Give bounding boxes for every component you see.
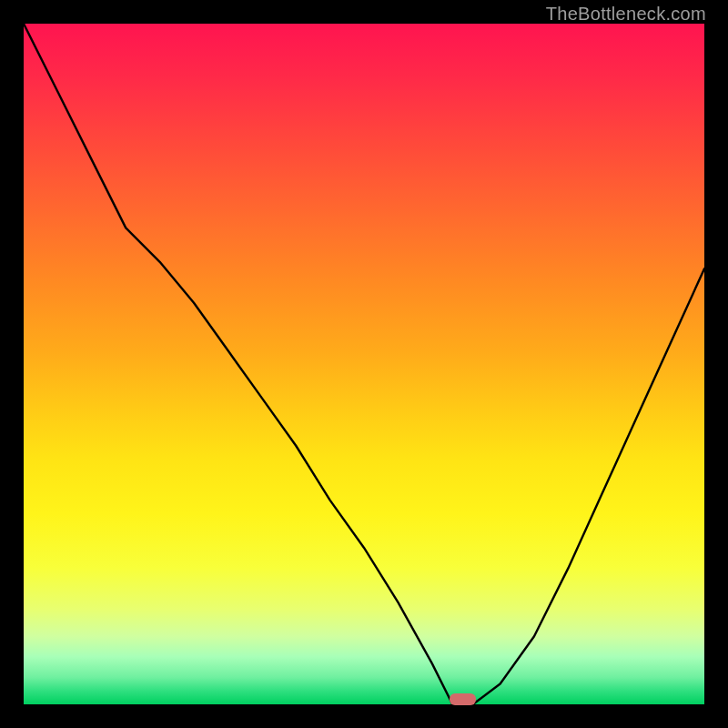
- watermark-text: TheBottleneck.com: [546, 4, 706, 25]
- plot-area: [24, 24, 704, 704]
- minimum-marker: [450, 693, 477, 705]
- bottleneck-curve: [24, 24, 704, 704]
- chart-frame: TheBottleneck.com: [0, 0, 728, 728]
